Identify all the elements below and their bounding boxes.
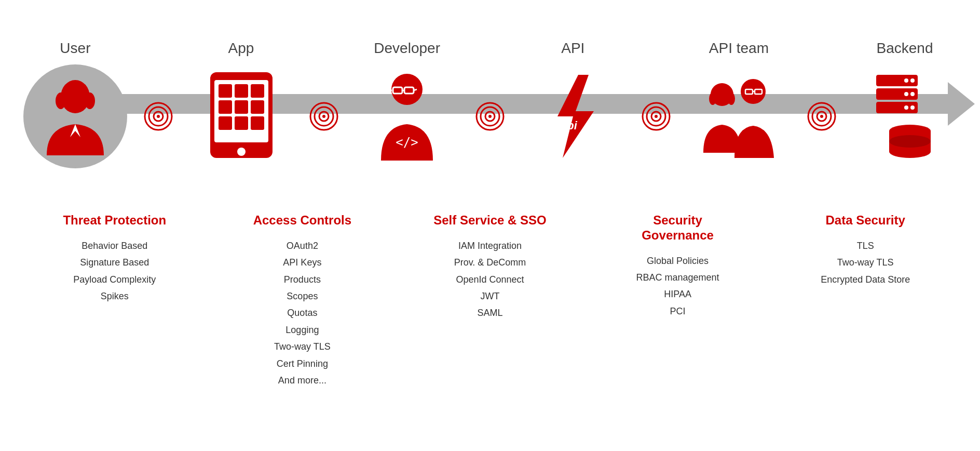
svg-point-59 [910, 105, 915, 110]
svg-rect-18 [251, 116, 264, 130]
target-5 [801, 102, 842, 131]
user-circle [23, 64, 127, 168]
user-icon-wrapper [18, 64, 132, 168]
svg-point-7 [157, 115, 160, 118]
list-item: PCI [636, 303, 719, 320]
list-item: Logging [274, 322, 331, 338]
svg-rect-11 [235, 84, 248, 98]
list-item: SAML [454, 304, 526, 321]
svg-point-42 [709, 92, 716, 105]
svg-rect-16 [219, 116, 232, 130]
backend-svg [861, 70, 949, 163]
svg-point-19 [237, 148, 246, 156]
backend-icon-wrapper [848, 70, 962, 163]
svg-text:</>: </> [396, 135, 418, 150]
list-item: Payload Complexity [73, 271, 156, 288]
security-governance-title: Security Governance [621, 213, 735, 243]
list-item: Behavior Based [73, 237, 156, 254]
target-4 [635, 102, 677, 131]
svg-rect-12 [251, 84, 264, 98]
svg-point-57 [904, 92, 908, 96]
list-item: TLS [821, 237, 910, 254]
svg-point-24 [391, 74, 423, 105]
col-label-developer: Developer [350, 40, 464, 57]
app-svg [205, 70, 278, 163]
svg-marker-35 [557, 75, 594, 158]
api-team-icon-wrapper [682, 70, 796, 163]
svg-rect-17 [235, 116, 248, 130]
list-item: Spikes [73, 288, 156, 304]
security-governance-col: Security Governance Global Policies RBAC… [621, 213, 735, 389]
svg-point-43 [728, 92, 735, 105]
list-item: Signature Based [73, 254, 156, 271]
bottom-section: Threat Protection Behavior Based Signatu… [0, 203, 980, 389]
svg-point-60 [904, 105, 908, 110]
main-container: User App Developer API API team [0, 0, 980, 451]
top-section: User App Developer API API team [0, 10, 980, 197]
api-team-svg [697, 70, 780, 163]
threat-protection-items: Behavior Based Signature Based Payload C… [73, 237, 156, 305]
list-item: OAuth2 [274, 237, 331, 254]
self-service-items: IAM Integration Prov. & DeComm OpenId Co… [454, 237, 526, 322]
access-controls-title: Access Controls [253, 213, 351, 228]
api-icon-wrapper: api [516, 70, 630, 163]
svg-text:api: api [561, 119, 578, 132]
svg-point-64 [889, 135, 931, 148]
svg-point-2 [85, 92, 95, 109]
list-item: Two-way TLS [274, 338, 331, 355]
list-item: API Keys [274, 254, 331, 271]
list-item: And more... [274, 372, 331, 389]
list-item: Global Policies [636, 253, 719, 269]
svg-rect-13 [219, 100, 232, 114]
security-governance-items: Global Policies RBAC management HIPAA PC… [636, 253, 719, 320]
col-label-api-team: API team [682, 40, 796, 57]
col-label-user: User [18, 40, 132, 57]
threat-protection-col: Threat Protection Behavior Based Signatu… [58, 213, 172, 389]
col-label-api: API [516, 40, 630, 57]
self-service-title: Self Service & SSO [433, 213, 546, 228]
svg-point-51 [820, 115, 823, 118]
list-item: OpenId Connect [454, 271, 526, 288]
data-security-items: TLS Two-way TLS Encrypted Data Store [821, 237, 910, 288]
list-item: Cert Pinning [274, 355, 331, 372]
svg-point-40 [655, 115, 658, 118]
user-svg [42, 75, 109, 158]
list-item: Two-way TLS [821, 254, 910, 271]
target-1 [138, 102, 179, 131]
list-item: Prov. & DeComm [454, 254, 526, 271]
threat-protection-title: Threat Protection [63, 213, 166, 228]
list-item: IAM Integration [454, 237, 526, 254]
api-svg: api [532, 70, 615, 163]
list-item: Encrypted Data Store [821, 271, 910, 288]
svg-point-54 [904, 78, 908, 83]
developer-icon-wrapper: </> [350, 70, 464, 163]
target-3 [469, 102, 511, 131]
svg-rect-10 [219, 84, 232, 98]
svg-point-23 [322, 115, 325, 118]
data-security-col: Data Security TLS Two-way TLS Encrypted … [808, 213, 922, 389]
list-item: JWT [454, 288, 526, 304]
svg-point-1 [56, 92, 66, 109]
developer-svg: </> [373, 70, 441, 163]
svg-rect-14 [235, 100, 248, 114]
col-label-app: App [184, 40, 298, 57]
data-security-title: Data Security [825, 213, 905, 228]
svg-point-56 [910, 92, 915, 96]
svg-point-53 [910, 78, 915, 83]
list-item: Scopes [274, 288, 331, 304]
list-item: HIPAA [636, 286, 719, 302]
list-item: Quotas [274, 304, 331, 321]
list-item: Products [274, 271, 331, 288]
col-label-backend: Backend [848, 40, 962, 57]
self-service-col: Self Service & SSO IAM Integration Prov.… [433, 213, 547, 389]
target-2 [303, 102, 345, 131]
access-controls-col: Access Controls OAuth2 API Keys Products… [245, 213, 359, 389]
access-controls-items: OAuth2 API Keys Products Scopes Quotas L… [274, 237, 331, 389]
svg-rect-15 [251, 100, 264, 114]
app-icon-wrapper [184, 70, 298, 163]
svg-point-34 [488, 115, 492, 118]
list-item: RBAC management [636, 269, 719, 286]
